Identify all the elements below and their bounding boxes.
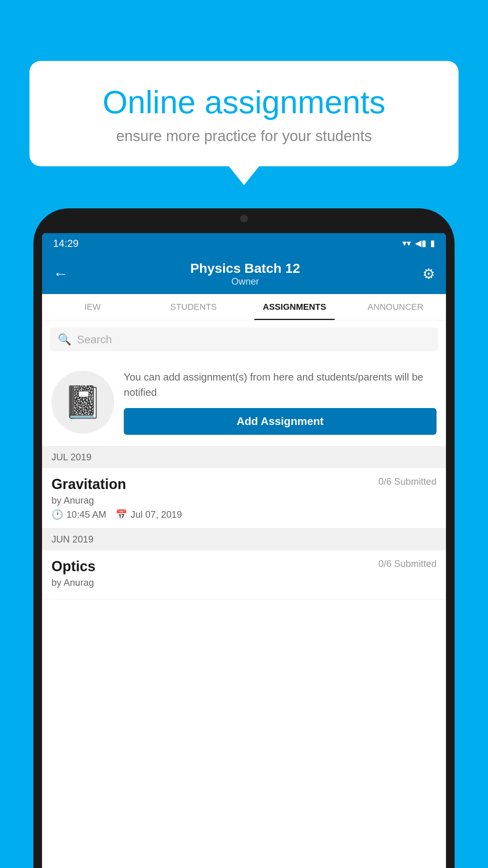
app-header: ← Physics Batch 12 Owner ⚙ [42,254,446,294]
signal-icon: ◀▮ [415,238,426,248]
clock-icon: 🕐 [51,509,63,520]
tab-students[interactable]: STUDENTS [143,294,244,320]
background: Online assignments ensure more practice … [0,0,488,868]
promo-right: You can add assignment(s) from here and … [124,370,437,435]
camera [240,215,248,223]
notebook-icon: 📓 [63,384,103,421]
promo-icon-circle: 📓 [51,371,114,434]
assignment-row-optics: Optics 0/6 Submitted [51,558,437,575]
search-bar-wrapper: 🔍 Search [42,320,446,359]
battery-icon: ▮ [430,238,435,248]
status-icons: ▾▾ ◀▮ ▮ [402,238,435,248]
assignment-meta: 🕐 10:45 AM 📅 Jul 07, 2019 [51,509,437,520]
assignment-by: by Anurag [51,495,437,506]
bubble-subtitle: ensure more practice for your students [57,128,431,145]
notch [218,211,270,228]
assignment-item-gravitation[interactable]: Gravitation 0/6 Submitted by Anurag 🕐 10… [42,468,446,528]
assignment-date: 📅 Jul 07, 2019 [116,509,182,520]
assignment-name: Gravitation [51,476,126,493]
promo-block: 📓 You can add assignment(s) from here an… [42,359,446,446]
back-button[interactable]: ← [53,265,68,282]
assignment-by-optics: by Anurag [51,577,437,588]
wifi-icon: ▾▾ [402,238,411,248]
tab-assignments[interactable]: ASSIGNMENTS [244,294,345,320]
status-time: 14:29 [53,237,79,250]
tab-iew[interactable]: IEW [42,294,143,320]
phone-inner: 14:29 ▾▾ ◀▮ ▮ ← Physics Batch 12 Owner ⚙ [37,211,451,868]
tab-announcements[interactable]: ANNOUNCER [345,294,446,320]
tabs-bar: IEW STUDENTS ASSIGNMENTS ANNOUNCER [42,294,446,320]
section-jun-2019: JUN 2019 [42,528,446,550]
header-center: Physics Batch 12 Owner [190,261,300,287]
speech-bubble-wrapper: Online assignments ensure more practice … [29,61,459,166]
search-placeholder: Search [77,333,112,346]
phone-screen: 14:29 ▾▾ ◀▮ ▮ ← Physics Batch 12 Owner ⚙ [42,233,446,868]
bubble-title: Online assignments [57,85,431,120]
assignment-item-optics[interactable]: Optics 0/6 Submitted by Anurag [42,550,446,600]
calendar-icon: 📅 [116,509,127,520]
section-jul-2019: JUL 2019 [42,446,446,468]
add-assignment-button[interactable]: Add Assignment [124,408,437,435]
assignment-time: 🕐 10:45 AM [51,509,106,520]
status-bar: 14:29 ▾▾ ◀▮ ▮ [42,233,446,254]
promo-text: You can add assignment(s) from here and … [124,370,437,400]
content-area: 🔍 Search 📓 You can add assignment(s) fro… [42,320,446,868]
assignment-submitted: 0/6 Submitted [378,476,437,487]
assignment-row: Gravitation 0/6 Submitted [51,476,437,493]
header-title: Physics Batch 12 [190,261,300,276]
search-bar[interactable]: 🔍 Search [50,327,438,351]
search-icon: 🔍 [58,333,72,346]
header-subtitle: Owner [190,276,300,287]
assignment-submitted-optics: 0/6 Submitted [378,558,437,569]
speech-bubble: Online assignments ensure more practice … [29,61,459,166]
assignment-name-optics: Optics [51,558,95,575]
settings-button[interactable]: ⚙ [422,266,435,282]
phone-frame: 14:29 ▾▾ ◀▮ ▮ ← Physics Batch 12 Owner ⚙ [33,208,455,868]
